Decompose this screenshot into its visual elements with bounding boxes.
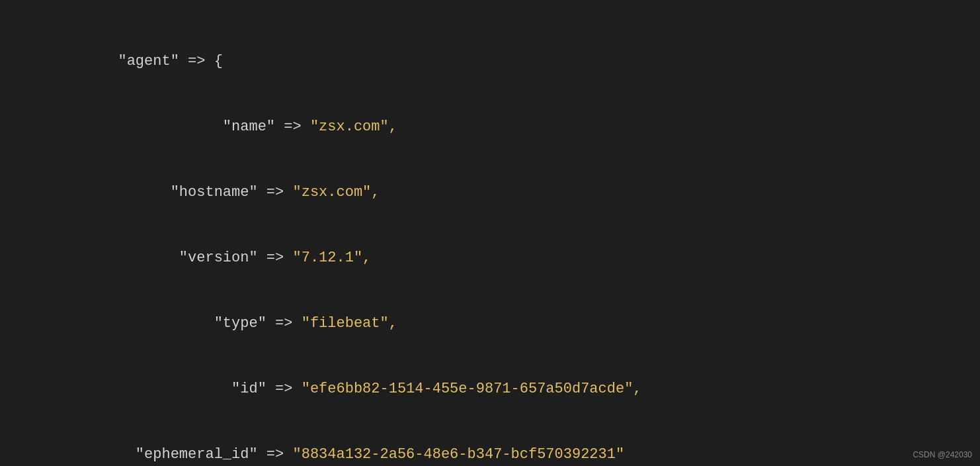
key: "agent" xyxy=(13,53,179,70)
line-4: "version" => "7.12.1", xyxy=(13,247,967,269)
line-7: "ephemeral_id" => "8834a132-2a56-48e6-b3… xyxy=(13,443,967,465)
line-5: "type" => "filebeat", xyxy=(13,312,967,334)
line-2: "name" => "zsx.com", xyxy=(13,116,967,138)
watermark: CSDN @242030 xyxy=(913,449,972,461)
line-6: "id" => "efe6bb82-1514-455e-9871-657a50d… xyxy=(13,378,967,400)
line-3: "hostname" => "zsx.com", xyxy=(13,181,967,203)
line-1: "agent" => { xyxy=(13,50,967,72)
code-block: "agent" => { "name" => "zsx.com", "hostn… xyxy=(13,7,967,466)
